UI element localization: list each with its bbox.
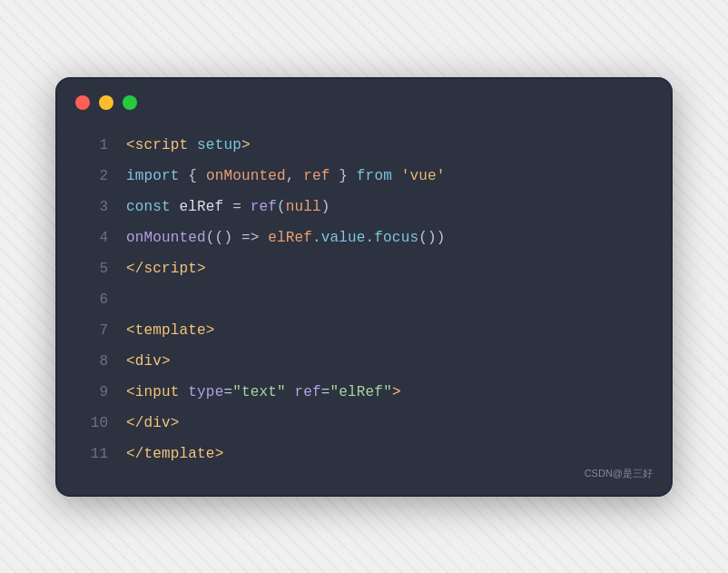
code-token: [286, 384, 295, 400]
code-token: null: [286, 199, 321, 215]
code-token: =: [321, 384, 330, 400]
code-token: ,: [286, 168, 304, 184]
code-token: ): [223, 230, 232, 246]
code-token: "text": [232, 384, 286, 400]
line-number: 3: [79, 192, 108, 222]
maximize-dot[interactable]: [123, 95, 137, 110]
code-token: ref: [303, 168, 330, 184]
line-code: onMounted(() => elRef.value.focus()): [126, 222, 445, 253]
code-line: 9 <input type="text" ref="elRef">: [79, 377, 649, 408]
code-token: =>: [232, 230, 268, 246]
code-token: {: [180, 168, 206, 184]
code-token: </: [126, 446, 144, 462]
code-token: template: [135, 322, 206, 339]
code-token: onMounted: [126, 230, 206, 246]
code-token: ()): [418, 230, 445, 246]
code-line: 11</template>: [79, 439, 649, 469]
code-token: <: [126, 137, 135, 153]
code-token: >: [162, 353, 171, 370]
code-line: 6: [79, 284, 649, 315]
code-token: onMounted: [206, 168, 286, 184]
watermark-text: CSDN@是三好: [585, 467, 653, 480]
code-token: =: [223, 384, 232, 400]
line-code: <input type="text" ref="elRef">: [126, 377, 401, 408]
minimize-dot[interactable]: [99, 95, 113, 110]
code-token: div: [135, 353, 162, 370]
line-number: 8: [79, 346, 108, 377]
editor-panel: 1<script setup>2import { onMounted, ref …: [55, 77, 673, 497]
code-token: >: [206, 322, 215, 339]
code-token: input: [135, 384, 189, 400]
code-token: .value.focus: [312, 230, 418, 246]
line-code: <template>: [126, 315, 215, 346]
line-number: 6: [79, 284, 108, 315]
line-code: <div>: [126, 346, 171, 377]
code-token: script: [135, 137, 197, 153]
code-line: 7<template>: [79, 315, 649, 346]
code-token: [392, 168, 401, 184]
line-number: 7: [79, 315, 108, 346]
code-editor: 1<script setup>2import { onMounted, ref …: [57, 123, 671, 495]
code-token: }: [330, 168, 357, 184]
code-window: 1<script setup>2import { onMounted, ref …: [55, 77, 673, 497]
code-token: script: [144, 261, 198, 277]
line-number: 9: [79, 377, 108, 408]
code-token: elRef: [268, 230, 312, 246]
line-code: import { onMounted, ref } from 'vue': [126, 161, 445, 192]
line-code: <script setup>: [126, 130, 251, 161]
code-token: elRef: [171, 199, 232, 215]
code-token: </: [126, 415, 144, 431]
code-line: 10 </div>: [79, 408, 649, 439]
code-token: 'vue': [401, 168, 446, 184]
code-token: >: [197, 261, 206, 277]
code-line: 2import { onMounted, ref } from 'vue': [79, 161, 649, 192]
code-token: >: [392, 384, 401, 400]
code-line: 3const elRef = ref(null): [79, 192, 649, 222]
code-token: <: [126, 384, 135, 400]
code-token: >: [171, 415, 180, 431]
code-token: const: [126, 199, 171, 215]
code-line: 4onMounted(() => elRef.value.focus()): [79, 222, 649, 253]
code-token: from: [357, 168, 392, 184]
code-token: (: [277, 199, 286, 215]
line-code: </div>: [126, 408, 180, 439]
close-dot[interactable]: [75, 95, 90, 110]
titlebar: [57, 79, 671, 123]
code-token: ref: [251, 199, 277, 215]
line-number: 11: [79, 439, 108, 469]
line-number: 5: [79, 253, 108, 284]
code-token: <: [126, 322, 135, 339]
code-line: 1<script setup>: [79, 130, 649, 161]
code-token: >: [241, 137, 251, 153]
code-line: 5</script>: [79, 253, 649, 284]
code-token: =: [232, 199, 241, 215]
line-code: </script>: [126, 253, 206, 284]
code-token: </: [126, 261, 144, 277]
code-token: ): [321, 199, 330, 215]
code-token: div: [144, 415, 171, 431]
line-number: 2: [79, 161, 108, 192]
line-code: const elRef = ref(null): [126, 192, 330, 222]
line-number: 1: [79, 130, 108, 161]
code-token: ref: [295, 384, 321, 400]
line-code: </template>: [126, 439, 223, 469]
code-line: 8 <div>: [79, 346, 649, 377]
code-token: type: [188, 384, 223, 400]
code-token: <: [126, 353, 135, 370]
line-number: 10: [79, 408, 108, 439]
code-token: template: [144, 446, 215, 462]
code-token: import: [126, 168, 180, 184]
code-token: "elRef": [330, 384, 392, 400]
line-number: 4: [79, 222, 108, 253]
code-token: [241, 199, 251, 215]
code-token: setup: [197, 137, 241, 153]
code-token: >: [215, 446, 224, 462]
code-token: ((: [206, 230, 224, 246]
